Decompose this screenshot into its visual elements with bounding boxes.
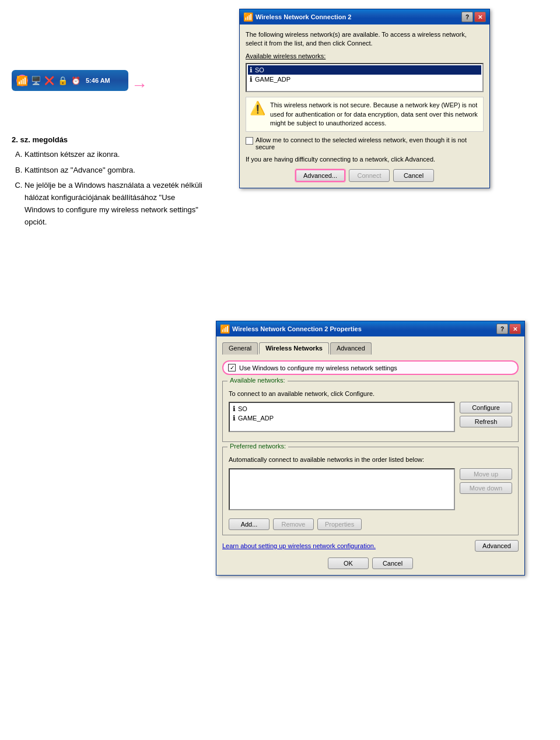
dialog1-title-area: 📶 Wireless Network Connection 2 [243, 12, 351, 22]
preferred-networks-list-col [229, 468, 455, 515]
instructions-list: Kattintson kétszer az ikonra. Kattintson… [12, 149, 204, 229]
dialog1-advanced-button[interactable]: Advanced... [295, 169, 345, 182]
dialog2-ok-button[interactable]: OK [328, 557, 369, 569]
use-windows-checkbox-label: Use Windows to configure my wireless net… [239, 364, 397, 371]
instruction-step-C: Ne jelölje be a Windows használata a vez… [24, 180, 204, 228]
dialog1-connect-button[interactable]: Connect [349, 169, 390, 182]
network-icon: 🖥️ [30, 75, 41, 86]
dialog1-network-list[interactable]: ℹ SO ℹ GAME_ADP [246, 63, 484, 92]
dialog1-checkbox-label: Allow me to connect to the selected wire… [256, 136, 484, 150]
dialog1-titlebar-buttons: ? ✕ [461, 12, 486, 22]
available-networks-desc: To connect to an available network, clic… [229, 390, 512, 398]
preferred-networks-content: Automatically connect to available netwo… [229, 455, 512, 529]
dialog1-network-item-GAME[interactable]: ℹ GAME_ADP [248, 75, 481, 84]
dialog2-close-button[interactable]: ✕ [509, 324, 521, 334]
instruction-step-B: Kattintson az "Advance" gombra. [24, 164, 204, 177]
instructions-section: 2. sz. megoldás Kattintson kétszer az ik… [12, 134, 204, 232]
configure-button[interactable]: Configure [460, 402, 512, 413]
available-networks-content: To connect to an available network, clic… [229, 390, 512, 437]
refresh-button[interactable]: Refresh [460, 416, 512, 427]
dialog1-network-name-GAME: GAME_ADP [255, 76, 290, 83]
wireless-dialog-1: 📶 Wireless Network Connection 2 ? ✕ The … [239, 9, 490, 188]
preferred-networks-list[interactable] [229, 468, 455, 510]
arrow-indicator: → [131, 76, 148, 94]
avail-net-GAME-icon: ℹ [233, 414, 236, 422]
dialog1-checkbox-row[interactable]: Allow me to connect to the selected wire… [246, 136, 484, 150]
move-down-button[interactable]: Move down [460, 482, 512, 494]
disconnect-icon: ❌ [43, 75, 55, 86]
tab-advanced[interactable]: Advanced [330, 342, 372, 355]
add-button[interactable]: Add... [229, 518, 270, 530]
tab-wireless-networks[interactable]: Wireless Networks [259, 342, 329, 355]
dialog1-warning-text: This wireless network is not secure. Bec… [270, 101, 480, 128]
dialog1-help-button[interactable]: ? [461, 12, 473, 22]
dialog2-titlebar-buttons: ? ✕ [496, 324, 521, 334]
properties-button[interactable]: Properties [317, 518, 362, 530]
learn-link[interactable]: Learn about setting up wireless network … [222, 542, 376, 549]
security-icon: 🔒 [57, 75, 68, 86]
dialog2-help-button[interactable]: ? [496, 324, 508, 334]
avail-net-SO-icon: ℹ [233, 405, 236, 413]
dialog1-available-label: Available wireless networks: [246, 52, 484, 61]
dialog2-bottom-buttons: OK Cancel [222, 557, 519, 569]
network-signal-icon-1: ℹ [250, 66, 253, 74]
dialog1-checkbox[interactable] [246, 137, 253, 145]
dialog2-titlebar: 📶 Wireless Network Connection 2 Properti… [216, 321, 524, 336]
available-networks-list[interactable]: ℹ SO ℹ GAME_ADP [229, 402, 455, 432]
avail-net-GAME-name: GAME_ADP [238, 415, 274, 422]
instructions-heading: 2. sz. megoldás [12, 135, 68, 144]
available-networks-label: Available networks: [228, 377, 288, 384]
dialog2-tabs: General Wireless Networks Advanced [222, 342, 519, 356]
dialog2-title-icon: 📶 [220, 324, 230, 334]
dialog2-content: General Wireless Networks Advanced ✓ Use… [216, 336, 524, 575]
preferred-networks-section: Preferred networks: Automatically connec… [222, 447, 519, 535]
available-networks-section: Available networks: To connect to an ava… [222, 381, 519, 442]
warning-icon: ⚠️ [250, 101, 265, 116]
dialog2-title-text: Wireless Network Connection 2 Properties [232, 325, 362, 332]
dialog2-footer: Learn about setting up wireless network … [222, 540, 519, 552]
taskbar: 📶 🖥️ ❌ 🔒 ⏰ 5:46 AM [12, 70, 128, 91]
dialog1-close-button[interactable]: ✕ [474, 12, 486, 22]
dialog1-network-item-SO[interactable]: ℹ SO [248, 65, 481, 75]
preferred-networks-two-col: Move up Move down [229, 468, 512, 515]
available-networks-btn-col: Configure Refresh [460, 402, 512, 437]
dialog2-title-area: 📶 Wireless Network Connection 2 Properti… [220, 324, 362, 334]
avail-net-SO-name: SO [238, 405, 247, 412]
preferred-networks-btn-col: Move up Move down [460, 468, 512, 515]
dialog2-cancel-button[interactable]: Cancel [372, 557, 413, 569]
dialog1-titlebar: 📶 Wireless Network Connection 2 ? ✕ [240, 9, 489, 24]
dialog1-button-row: Advanced... Connect Cancel [246, 169, 484, 182]
dialog1-warning-box: ⚠️ This wireless network is not secure. … [246, 97, 484, 132]
preferred-networks-label: Preferred networks: [228, 443, 288, 450]
dialog1-title-icon: 📶 [243, 12, 253, 22]
available-networks-two-col: ℹ SO ℹ GAME_ADP Configure Refresh [229, 402, 512, 437]
wifi-icon[interactable]: 📶 [16, 75, 28, 86]
wireless-dialog-2: 📶 Wireless Network Connection 2 Properti… [216, 321, 525, 576]
network-signal-icon-2: ℹ [250, 75, 253, 83]
taskbar-time: 5:46 AM [86, 77, 110, 84]
preferred-networks-desc: Automatically connect to available netwo… [229, 455, 512, 464]
dialog1-network-name-SO: SO [255, 66, 264, 73]
available-networks-list-col: ℹ SO ℹ GAME_ADP [229, 402, 455, 437]
preferred-action-buttons: Add... Remove Properties [229, 518, 512, 530]
dialog1-title-text: Wireless Network Connection 2 [256, 13, 351, 20]
use-windows-checkbox[interactable]: ✓ [228, 364, 236, 371]
move-up-button[interactable]: Move up [460, 468, 512, 480]
avail-net-SO[interactable]: ℹ SO [231, 404, 453, 413]
dialog1-content: The following wireless network(s) are av… [240, 24, 489, 188]
dialog1-footer: If you are having difficulty connecting … [246, 155, 484, 164]
clock-icon: ⏰ [70, 75, 82, 86]
use-windows-checkbox-row[interactable]: ✓ Use Windows to configure my wireless n… [222, 360, 519, 375]
dialog1-description: The following wireless network(s) are av… [246, 30, 484, 48]
instruction-step-A: Kattintson kétszer az ikonra. [24, 149, 204, 161]
dialog2-advanced-button[interactable]: Advanced [475, 540, 519, 552]
dialog1-cancel-button[interactable]: Cancel [393, 169, 434, 182]
avail-net-GAME[interactable]: ℹ GAME_ADP [231, 413, 453, 423]
tab-general[interactable]: General [222, 342, 258, 355]
remove-button[interactable]: Remove [273, 518, 314, 530]
